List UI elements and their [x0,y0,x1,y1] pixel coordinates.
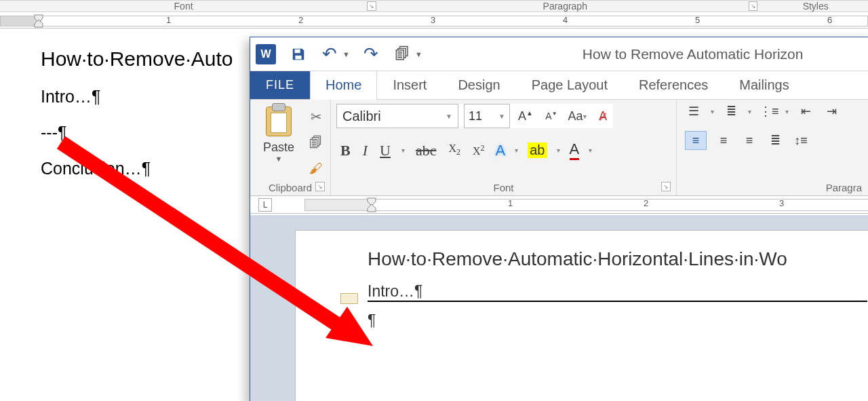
font-dialog-launcher-icon[interactable]: ↘ [661,182,671,191]
fg-doc-intro: Intro…¶ [368,282,867,302]
fg-doc-blank: ¶ [368,311,867,330]
ruler-num: 2 [644,198,648,208]
undo-caret-icon[interactable]: ▼ [342,50,350,58]
numbering-button[interactable]: ≣ [722,104,740,119]
chevron-down-icon: ▾ [583,113,587,120]
redo-button[interactable]: ↷ [361,44,381,64]
undo-button[interactable]: ↶ [319,44,340,64]
paste-label: Paste [263,140,294,155]
align-right-icon: ≡ [746,134,753,147]
bg-group-font: Font [0,1,367,12]
line-spacing-icon: ↕≡ [794,134,808,147]
eraser-icon: A̷ [599,109,607,123]
strikethrough-button[interactable]: abc [414,142,438,159]
svg-marker-5 [368,204,376,212]
save-icon [291,47,306,62]
line-spacing-button[interactable]: ↕≡ [792,134,810,148]
highlight-button[interactable]: ab [528,142,547,158]
clipboard-dialog-launcher-icon[interactable]: ↘ [315,182,325,191]
tab-insert[interactable]: Insert [377,71,442,99]
ruler-num: 1 [508,198,513,208]
indent-icon: ⇥ [827,104,837,118]
tab-mailings[interactable]: Mailings [724,71,804,99]
ruler-num: 4 [563,15,568,25]
word-app-icon[interactable]: W [256,44,276,64]
qat-customize-caret-icon[interactable]: ▼ [415,50,422,58]
tab-home[interactable]: Home [310,71,377,99]
bg-font-dialog-launcher-icon[interactable]: ↘ [367,1,376,11]
align-center-icon: ≡ [720,134,728,147]
indent-marker-icon[interactable] [367,197,376,212]
qat-more-button[interactable]: 🗐 [392,44,412,64]
chevron-down-icon[interactable]: ▾ [748,108,751,115]
title-bar: W ↶ ▼ ↷ 🗐 ▼ How to Remove Automatic Hori… [250,37,868,71]
bullets-icon: ☰ [688,104,699,118]
font-color-button[interactable]: A [570,140,580,160]
font-size-combo[interactable]: 11 ▼ [464,104,510,128]
group-font-label: Font [493,182,513,193]
superscript-button[interactable]: X2 [471,143,486,157]
italic-button[interactable]: I [361,142,369,159]
align-left-button[interactable]: ≡ [685,131,707,150]
foreground-word-window: W ↶ ▼ ↷ 🗐 ▼ How to Remove Automatic Hori… [250,37,868,401]
numbering-icon: ≣ [726,104,736,118]
grow-font-icon: A▲ [518,109,533,123]
tab-design[interactable]: Design [442,71,515,99]
text-effects-button[interactable]: A [496,142,506,159]
shrink-font-icon: A▼ [545,111,557,121]
shrink-font-button[interactable]: A▼ [541,104,561,128]
chevron-down-icon[interactable]: ▾ [711,108,714,115]
cut-button[interactable]: ✂ [307,108,325,126]
bg-ribbon-group-labels: Font ↘ Paragraph ↘ Styles [0,0,868,12]
chevron-down-icon[interactable]: ▾ [401,147,405,154]
ruler-num: 5 [695,15,700,25]
fg-horizontal-ruler[interactable]: L 1 2 3 [250,196,868,214]
align-left-icon: ≡ [692,134,700,148]
format-painter-button[interactable]: 🖌 [307,159,325,177]
bg-horizontal-ruler[interactable]: 1 2 3 4 5 6 [0,14,868,28]
fg-doc-title: How·to·Remove·Automatic·Horizontal·Lines… [368,248,867,270]
tab-page-layout[interactable]: Page Layout [516,71,623,99]
chevron-down-icon[interactable]: ▾ [515,147,518,154]
chevron-down-icon[interactable]: ▾ [785,108,789,115]
paste-button[interactable]: Paste ▼ [256,104,302,163]
indent-marker-icon[interactable] [34,14,43,28]
documents-icon: 🗐 [395,45,410,63]
bold-button[interactable]: B [339,142,352,159]
chevron-down-icon[interactable]: ▾ [589,147,592,154]
outdent-icon: ⇤ [801,104,811,118]
fg-page[interactable]: How·to·Remove·Automatic·Horizontal·Lines… [295,230,868,401]
ribbon-tabs: FILE Home Insert Design Page Layout Refe… [250,71,868,100]
align-right-button[interactable]: ≡ [741,134,758,148]
bg-group-paragraph: Paragraph [382,1,749,12]
chevron-down-icon[interactable]: ▾ [557,147,560,154]
group-clipboard: Paste ▼ ✂ 🗐 🖌 Clipboard ↘ [250,100,331,195]
multilevel-icon: ⋮≡ [760,104,779,118]
subscript-button[interactable]: X2 [447,142,462,157]
change-case-button[interactable]: Aa▾ [567,104,587,128]
justify-button[interactable]: ≣ [766,133,784,148]
decrease-indent-button[interactable]: ⇤ [797,104,814,119]
window-title: How to Remove Automatic Horizon [433,46,865,62]
ruler-num: 3 [431,15,435,25]
paste-options-icon[interactable] [340,293,358,304]
fg-document-pane[interactable]: How·to·Remove·Automatic·Horizontal·Lines… [250,215,868,401]
grow-font-button[interactable]: A▲ [515,104,536,128]
align-center-button[interactable]: ≡ [715,134,732,148]
tab-references[interactable]: References [623,71,724,99]
group-clipboard-label: Clipboard [269,182,312,193]
font-name-combo[interactable]: Calibri ▼ [336,104,458,128]
copy-button[interactable]: 🗐 [307,134,325,151]
paste-caret-icon[interactable]: ▼ [275,155,283,163]
bullets-button[interactable]: ☰ [685,104,703,119]
tab-file[interactable]: FILE [250,71,310,99]
underline-button[interactable]: U [378,142,392,159]
tab-selector-icon[interactable]: L [258,198,272,212]
chevron-down-icon: ▼ [446,113,452,120]
clear-formatting-button[interactable]: A̷ [593,104,613,128]
copy-icon: 🗐 [309,135,323,151]
increase-indent-button[interactable]: ⇥ [823,104,840,119]
bg-paragraph-dialog-launcher-icon[interactable]: ↘ [749,1,758,11]
multilevel-button[interactable]: ⋮≡ [760,104,777,119]
save-button[interactable] [288,44,309,64]
